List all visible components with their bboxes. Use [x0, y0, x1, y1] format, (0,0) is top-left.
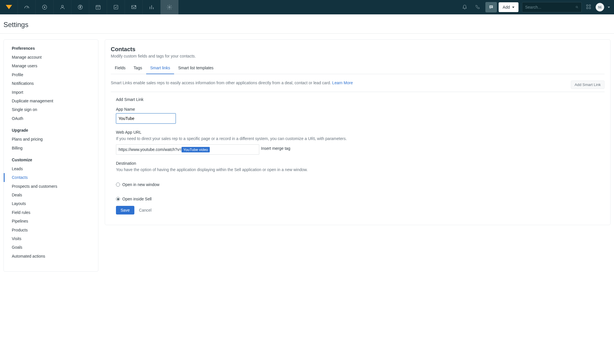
- form-actions: Save Cancel: [116, 206, 599, 214]
- top-nav: 31 Add SE: [0, 0, 614, 14]
- sidebar-item[interactable]: Layouts: [4, 199, 98, 208]
- insert-merge-tag-link[interactable]: Insert merge tag: [261, 144, 290, 151]
- form-section-title: Add Smart Link: [116, 97, 599, 102]
- sidebar-group-title: Customize: [4, 158, 98, 164]
- avatar-initials: SE: [598, 6, 602, 9]
- chevron-down-icon[interactable]: [608, 7, 610, 8]
- sidebar-item[interactable]: Import: [4, 88, 98, 97]
- avatar[interactable]: SE: [596, 3, 604, 12]
- main-panel: Contacts Modify custom fields and tags f…: [105, 39, 611, 225]
- dashboard-icon[interactable]: [18, 0, 36, 14]
- description-row: Smart Links enable sales reps to easily …: [111, 74, 605, 92]
- svg-point-8: [135, 5, 136, 6]
- search-icon: [575, 5, 579, 9]
- sidebar-group-title: Preferences: [4, 46, 98, 53]
- description-body: Smart Links enable sales reps to easily …: [111, 81, 332, 85]
- merge-tag-chip[interactable]: YouTube video: [182, 147, 210, 152]
- radio-label: Open inside Sell: [122, 197, 152, 201]
- radio-label: Open in new window: [122, 182, 159, 187]
- sidebar-item[interactable]: Plans and pricing: [4, 135, 98, 143]
- web-url-help: If you need to direct your sales rep to …: [116, 136, 599, 141]
- search-input[interactable]: [525, 5, 575, 9]
- sidebar-item[interactable]: Products: [4, 226, 98, 234]
- settings-sidebar: Preferences Manage account Manage users …: [3, 39, 98, 272]
- calendar-icon[interactable]: 31: [89, 0, 107, 14]
- svg-point-9: [169, 7, 170, 8]
- tabs: Fields Tags Smart links Smart list templ…: [111, 62, 605, 74]
- add-smart-link-button[interactable]: Add Smart Link: [571, 81, 605, 89]
- sidebar-item-contacts[interactable]: Contacts: [4, 173, 98, 182]
- description-text: Smart Links enable sales reps to easily …: [111, 81, 353, 85]
- learn-more-link[interactable]: Learn More: [332, 81, 353, 85]
- add-button[interactable]: Add: [499, 2, 518, 12]
- main-heading: Contacts: [111, 46, 605, 53]
- sidebar-item[interactable]: Deals: [4, 191, 98, 199]
- page-title: Settings: [0, 14, 614, 33]
- reports-icon[interactable]: [143, 0, 161, 14]
- svg-point-2: [61, 5, 63, 7]
- sidebar-group-upgrade: Upgrade Plans and pricing Billing: [4, 128, 98, 152]
- settings-icon[interactable]: [161, 0, 178, 14]
- sidebar-item[interactable]: Visits: [4, 234, 98, 243]
- sidebar-item[interactable]: Goals: [4, 243, 98, 252]
- svg-point-1: [44, 7, 45, 7]
- deals-icon[interactable]: [71, 0, 89, 14]
- radio-new-window[interactable]: Open in new window: [116, 182, 599, 187]
- sidebar-item[interactable]: Manage users: [4, 62, 98, 70]
- contacts-icon[interactable]: [54, 0, 71, 14]
- sidebar-item[interactable]: Billing: [4, 144, 98, 152]
- tab-tags[interactable]: Tags: [129, 63, 146, 74]
- radio-icon: [116, 183, 120, 187]
- messages-icon[interactable]: [125, 0, 143, 14]
- sidebar-item[interactable]: Pipelines: [4, 217, 98, 225]
- cancel-link[interactable]: Cancel: [139, 208, 152, 212]
- sidebar-item[interactable]: Prospects and customers: [4, 182, 98, 191]
- url-row: https://www.youtube.com/watch?v=YouTube …: [116, 144, 599, 155]
- destination-help: You have the option of having the applic…: [116, 167, 599, 172]
- radio-icon: [116, 197, 120, 201]
- logo-icon[interactable]: [0, 0, 18, 14]
- sidebar-item[interactable]: Single sign on: [4, 105, 98, 114]
- sidebar-group-title: Upgrade: [4, 128, 98, 135]
- content-area: Preferences Manage account Manage users …: [0, 34, 614, 277]
- web-url-input[interactable]: https://www.youtube.com/watch?v=YouTube …: [116, 144, 259, 155]
- tasks-icon[interactable]: [107, 0, 125, 14]
- sidebar-item[interactable]: Profile: [4, 70, 98, 79]
- svg-rect-11: [490, 7, 491, 7]
- nav-left-group: 31: [0, 0, 178, 14]
- chevron-down-icon: [512, 7, 514, 8]
- url-prefix-text: https://www.youtube.com/watch?v=: [119, 147, 182, 152]
- radio-inside-sell[interactable]: Open inside Sell: [116, 197, 599, 201]
- save-button[interactable]: Save: [116, 206, 134, 214]
- sidebar-item[interactable]: Duplicate management: [4, 97, 98, 105]
- leads-icon[interactable]: [36, 0, 54, 14]
- sidebar-item[interactable]: Manage account: [4, 53, 98, 62]
- app-name-label: App Name: [116, 107, 599, 112]
- apps-icon[interactable]: [586, 5, 592, 10]
- nav-right-group: Add SE: [459, 0, 614, 14]
- sidebar-item[interactable]: Notifications: [4, 79, 98, 88]
- add-button-label: Add: [503, 5, 510, 9]
- web-url-label: Web App URL: [116, 130, 599, 135]
- svg-rect-10: [490, 6, 492, 7]
- sidebar-group-preferences: Preferences Manage account Manage users …: [4, 46, 98, 123]
- tab-smart-list-templates[interactable]: Smart list templates: [174, 63, 218, 74]
- app-name-input[interactable]: [116, 113, 176, 124]
- tab-smart-links[interactable]: Smart links: [146, 63, 174, 74]
- svg-point-12: [576, 6, 578, 7]
- sidebar-item[interactable]: Leads: [4, 164, 98, 173]
- notifications-icon[interactable]: [459, 2, 470, 12]
- smart-link-form: Add Smart Link App Name Web App URL If y…: [111, 92, 605, 214]
- phone-icon[interactable]: [472, 2, 484, 12]
- chat-icon[interactable]: [485, 2, 497, 12]
- sidebar-item[interactable]: OAuth: [4, 114, 98, 123]
- tab-fields[interactable]: Fields: [111, 63, 129, 74]
- svg-rect-6: [114, 5, 118, 9]
- svg-text:31: 31: [97, 7, 99, 9]
- destination-label: Destination: [116, 161, 599, 166]
- sidebar-item[interactable]: Field rules: [4, 208, 98, 217]
- search-box[interactable]: [522, 2, 582, 12]
- sidebar-group-customize: Customize Leads Contacts Prospects and c…: [4, 158, 98, 260]
- sidebar-item[interactable]: Automated actions: [4, 252, 98, 260]
- main-subtitle: Modify custom fields and tags for your c…: [111, 54, 605, 58]
